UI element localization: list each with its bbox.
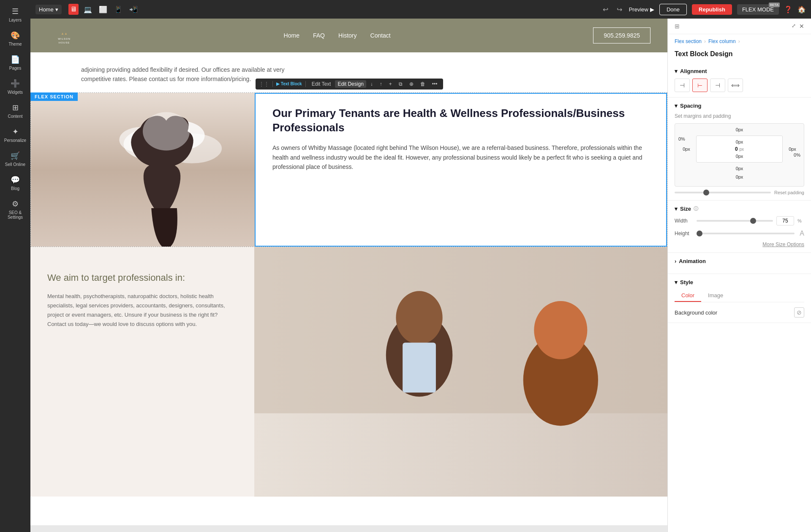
align-stretch-button[interactable]: ⟺: [728, 79, 743, 92]
animation-title: › Animation: [675, 258, 706, 264]
tab-color[interactable]: Color: [675, 290, 701, 302]
personalize-icon: ✦: [12, 127, 19, 136]
svg-text:HOUSE: HOUSE: [59, 41, 70, 44]
align-left-button[interactable]: ⊣: [675, 79, 690, 92]
nav-phone[interactable]: 905.259.9825: [593, 27, 650, 43]
svg-point-13: [396, 291, 442, 344]
align-right-button[interactable]: ⊣: [710, 79, 725, 92]
margin-padding-box: 0px 0% 0px 0px 0 px 0px 0px 0% 0: [675, 123, 804, 187]
right-panel: ⊞ ⤢ ✕ Flex section › Flex column › Text …: [667, 19, 811, 532]
nav-faq[interactable]: FAQ: [313, 32, 325, 39]
device-icons: 🖥 💻 ⬜ 📱 📲: [68, 4, 139, 15]
second-section: We aim to target professionals in: Menta…: [30, 247, 667, 497]
more-button[interactable]: •••: [430, 80, 440, 88]
sidebar-item-personalize[interactable]: ✦ Personalize: [2, 124, 29, 146]
arrow-down-button[interactable]: ↓: [368, 80, 376, 88]
nav-history[interactable]: History: [338, 32, 357, 39]
reset-slider-thumb[interactable]: [703, 190, 709, 195]
flex-section-label: FLEX SECTION: [30, 92, 78, 101]
reset-padding-slider[interactable]: [675, 192, 771, 193]
panel-grid-icon: ⊞: [675, 23, 680, 30]
alignment-header[interactable]: ▾ Alignment: [675, 68, 804, 74]
align-center-button[interactable]: ⊢: [692, 79, 708, 92]
tab-image[interactable]: Image: [701, 290, 730, 302]
redo-button[interactable]: ↪: [615, 4, 624, 15]
mp-bottom-inner: 0px: [677, 164, 802, 173]
sidebar-item-layers[interactable]: ☰ Layers: [2, 3, 29, 26]
done-button[interactable]: Done: [659, 4, 687, 15]
desktop-icon[interactable]: 🖥: [68, 4, 79, 15]
style-header[interactable]: ▾ Style: [675, 279, 804, 285]
sidebar-item-content[interactable]: ⊞ Content: [2, 100, 29, 122]
flex-right-content: ⋮⋮ ▶ Text Block Edit Text Edit Design ↓ …: [255, 93, 667, 247]
reset-padding-button[interactable]: Reset padding: [774, 190, 804, 195]
delete-button[interactable]: 🗑: [418, 80, 428, 88]
height-slider-thumb[interactable]: [697, 231, 702, 236]
arrow-up-button[interactable]: ↑: [377, 80, 385, 88]
flex-mode-button[interactable]: FLEX MODE BETA: [737, 4, 779, 15]
sidebar-item-theme[interactable]: 🎨 Theme: [2, 27, 29, 50]
laptop-icon[interactable]: 💻: [82, 4, 94, 15]
second-heading: We aim to target professionals in:: [47, 272, 237, 283]
tablet-icon[interactable]: ⬜: [97, 4, 109, 15]
panel-title: Text Block Design: [668, 49, 811, 63]
mp-left-px: 0px: [680, 147, 693, 152]
panel-expand-icon[interactable]: ⤢: [792, 23, 796, 30]
page-selector[interactable]: Home ▾: [35, 5, 62, 14]
bg-color-button[interactable]: ⊘: [794, 307, 804, 318]
flex-section: ⋮⋮ ▶ Text Block Edit Text Edit Design ↓ …: [30, 92, 667, 247]
spacing-header[interactable]: ▾ Spacing: [675, 103, 804, 109]
width-row: Width %: [675, 216, 804, 225]
duplicate-button[interactable]: ⧉: [396, 80, 405, 88]
topbar-left: Home ▾ 🖥 💻 ⬜ 📱 📲: [35, 4, 139, 15]
chevron-down-icon: ▾: [55, 6, 58, 13]
sidebar-item-pages[interactable]: 📄 Pages: [2, 52, 29, 74]
breadcrumb-sep1: ›: [704, 38, 706, 44]
undo-button[interactable]: ↩: [601, 4, 610, 15]
help-icon[interactable]: ❓: [784, 5, 792, 14]
more-size-options-link[interactable]: More Size Options: [675, 242, 804, 247]
mobile-icon[interactable]: 📱: [112, 4, 124, 15]
site-nav: ▲▲ WILSON HOUSE Home FAQ History Contact…: [30, 19, 667, 52]
breadcrumb-flex-section[interactable]: Flex section: [675, 38, 702, 44]
edit-text-button[interactable]: Edit Text: [309, 80, 334, 88]
left-sidebar: ☰ Layers 🎨 Theme 📄 Pages ➕ Widgets ⊞ Con…: [0, 0, 30, 532]
settings-button[interactable]: ⊕: [407, 80, 416, 88]
breadcrumb: Flex section › Flex column ›: [668, 34, 811, 49]
size-header[interactable]: ▾ Size ⓘ: [675, 206, 804, 212]
second-image-svg: [254, 247, 667, 497]
sell-icon: 🛒: [11, 151, 20, 160]
width-input[interactable]: [776, 216, 794, 225]
main-heading: Our Primary Tenants are Health & Wellnes…: [272, 106, 649, 135]
preview-button[interactable]: Preview ▶: [629, 6, 654, 13]
mp-inner-box: 0px 0 px 0px: [696, 136, 783, 163]
sidebar-item-seo[interactable]: ⚙ SEO & Settings: [2, 196, 29, 223]
edit-design-button[interactable]: Edit Design: [335, 80, 366, 88]
panel-close-button[interactable]: ✕: [799, 23, 804, 30]
style-title: ▾ Style: [675, 279, 693, 285]
alignment-title: ▾ Alignment: [675, 68, 707, 74]
height-slider[interactable]: [697, 233, 795, 234]
mobile-landscape-icon[interactable]: 📲: [128, 4, 139, 15]
size-title: ▾ Size ⓘ: [675, 206, 698, 212]
height-row: Height A: [675, 230, 804, 237]
sidebar-item-widgets[interactable]: ➕ Widgets: [2, 76, 29, 98]
beta-badge: BETA: [769, 3, 780, 7]
breadcrumb-flex-column[interactable]: Flex column: [708, 38, 736, 44]
chevron-animation-right-icon: ›: [675, 258, 676, 264]
republish-button[interactable]: Republish: [692, 4, 732, 15]
text-block-badge: ▶ Text Block: [276, 81, 302, 86]
sidebar-item-sell-online[interactable]: 🛒 Sell Online: [2, 148, 29, 170]
mp-inner-unit: px: [740, 147, 744, 152]
nav-home[interactable]: Home: [284, 32, 299, 39]
add-button[interactable]: +: [386, 80, 395, 88]
sidebar-item-blog[interactable]: 💬 Blog: [2, 172, 29, 194]
play-icon: ▶: [650, 6, 654, 13]
home-icon[interactable]: 🏠: [797, 5, 806, 14]
nav-contact[interactable]: Contact: [370, 32, 391, 39]
body-text: As owners of Whitby Massage (located rig…: [272, 143, 649, 171]
width-slider-thumb[interactable]: [750, 218, 756, 224]
height-auto-icon: A: [800, 230, 804, 237]
width-slider[interactable]: [697, 220, 773, 222]
animation-header[interactable]: › Animation: [675, 258, 804, 264]
